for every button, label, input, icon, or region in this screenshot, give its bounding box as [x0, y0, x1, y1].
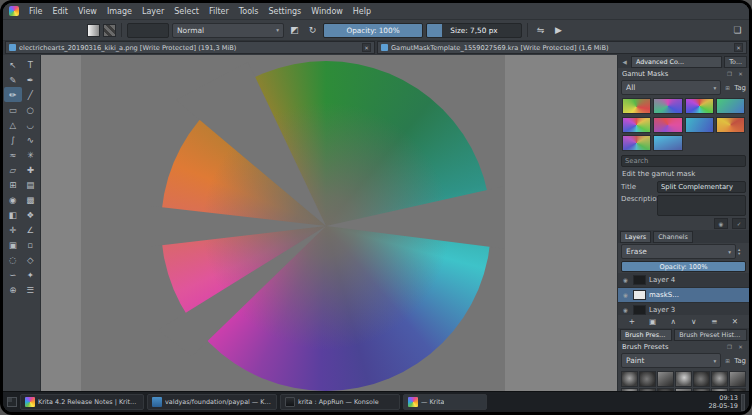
layer-visibility-icon[interactable]: ◉ — [621, 276, 630, 285]
menu-edit[interactable]: Edit — [47, 6, 73, 17]
taskbar-item-krita[interactable]: — Krita — [403, 394, 487, 410]
opacity-spinbox[interactable]: ▴ ▾ — [738, 248, 746, 256]
float-docker-icon[interactable]: ❐ — [725, 69, 734, 78]
tag-grid-icon[interactable]: ⊞ — [723, 83, 732, 92]
brush-preset-thumbnail[interactable] — [639, 371, 656, 387]
gamut-mask-thumbnail[interactable] — [622, 135, 651, 151]
edit-shapes-tool-icon[interactable]: ✎ — [4, 72, 22, 87]
spin-down-icon[interactable]: ▾ — [738, 252, 746, 256]
document-tab-2[interactable]: GamutMaskTemplate_1559027569.kra [Write … — [377, 41, 747, 54]
gamut-mask-thumbnail[interactable] — [685, 117, 714, 133]
freehand-brush-tool-icon[interactable]: ✏ — [4, 87, 22, 102]
brush-preset-thumbnail[interactable] — [711, 371, 728, 387]
reload-preset-icon[interactable]: ↻ — [305, 23, 320, 38]
canvas-document[interactable] — [81, 55, 505, 391]
show-desktop-button[interactable] — [741, 394, 745, 411]
save-mask-icon[interactable]: ✓ — [732, 218, 746, 229]
add-layer-icon[interactable]: + — [626, 316, 638, 327]
clock[interactable]: 09:13 28-05-19 — [708, 394, 738, 411]
pattern-chooser-button[interactable] — [103, 24, 116, 37]
layer-row-maskshapes[interactable]: ◉ maskS... — [618, 288, 749, 303]
brush-preset-thumbnail[interactable] — [675, 371, 692, 387]
float-docker-icon[interactable]: ❐ — [725, 342, 734, 351]
menu-view[interactable]: View — [73, 6, 102, 17]
freehand-path-tool-icon[interactable]: ∿ — [22, 132, 40, 147]
canvas-viewport[interactable] — [41, 55, 617, 391]
select-contiguous-tool-icon[interactable]: ✦ — [22, 267, 40, 282]
menu-tools[interactable]: Tools — [234, 6, 264, 17]
gradient-chooser-button[interactable] — [87, 24, 100, 37]
select-freehand-tool-icon[interactable]: ∽ — [4, 267, 22, 282]
layer-visibility-icon[interactable]: ◉ — [621, 306, 630, 315]
close-icon[interactable]: ✕ — [736, 342, 745, 351]
gamut-mask-thumbnail[interactable] — [716, 117, 745, 133]
layer-row-layer3[interactable]: ◉ Layer 3 — [618, 303, 749, 315]
brush-preset-thumbnail[interactable] — [657, 371, 674, 387]
gamut-mask-thumbnail[interactable] — [716, 98, 745, 114]
close-icon[interactable]: ✕ — [362, 43, 371, 52]
layer-visibility-icon[interactable]: ◉ — [621, 291, 630, 300]
mask-description-input[interactable] — [657, 195, 746, 216]
brush-preset-thumbnail[interactable] — [693, 371, 710, 387]
tag-button[interactable]: Tag — [734, 357, 746, 365]
tab-touch-docker[interactable]: To... — [724, 56, 747, 68]
brush-preset-thumbnail[interactable] — [621, 371, 638, 387]
gamut-tag-filter-combo[interactable]: All ▾ — [621, 80, 721, 95]
gamut-mask-thumbnail[interactable] — [622, 117, 651, 133]
select-elliptical-tool-icon[interactable]: ◌ — [4, 252, 22, 267]
fill-tool-icon[interactable]: ◧ — [4, 207, 22, 222]
rectangle-tool-icon[interactable]: ▭ — [4, 102, 22, 117]
tag-button[interactable]: Tag — [734, 84, 746, 92]
tab-channels[interactable]: Channels — [653, 231, 693, 243]
search-input[interactable] — [621, 155, 746, 167]
duplicate-layer-icon[interactable]: ▣ — [647, 316, 659, 327]
layer-blending-mode-combo[interactable]: Erase ▾ — [621, 244, 736, 259]
line-tool-icon[interactable]: ╱ — [22, 87, 40, 102]
crop-tool-icon[interactable]: ⊞ — [4, 177, 22, 192]
layer-row-layer4[interactable]: ◉ Layer 4 — [618, 273, 749, 288]
preset-tag-filter-combo[interactable]: Paint ▾ — [621, 353, 721, 368]
pattern-tool-icon[interactable]: ▩ — [22, 192, 40, 207]
close-icon[interactable]: ✕ — [734, 43, 743, 52]
opacity-slider[interactable]: Opacity: 100% — [323, 23, 423, 38]
smart-patch-tool-icon[interactable]: ❖ — [22, 207, 40, 222]
arrow-left-icon[interactable]: ◀ — [620, 57, 629, 66]
menu-image[interactable]: Image — [102, 6, 137, 17]
measure-tool-icon[interactable]: ∠ — [22, 222, 40, 237]
polyline-tool-icon[interactable]: ◡ — [22, 117, 40, 132]
mask-title-input[interactable] — [657, 181, 746, 193]
bezier-curve-tool-icon[interactable]: ∫ — [4, 132, 22, 147]
size-slider[interactable]: Size: 7,50 px — [426, 23, 522, 38]
layer-properties-icon[interactable]: ≡ — [708, 316, 720, 327]
tab-advanced-color-selector[interactable]: Advanced Co... — [631, 56, 722, 68]
layer-opacity-slider[interactable]: Opacity: 100% — [621, 261, 746, 272]
menu-help[interactable]: Help — [348, 6, 376, 17]
ellipse-tool-icon[interactable]: ○ — [22, 102, 40, 117]
gamut-mask-thumbnail[interactable] — [653, 135, 682, 151]
move-layer-up-icon[interactable]: ∧ — [667, 316, 679, 327]
select-shapes-tool-icon[interactable]: ↖ — [4, 57, 22, 72]
select-rectangular-tool-icon[interactable]: ▫ — [22, 237, 40, 252]
close-icon[interactable]: ✕ — [736, 69, 745, 78]
menu-file[interactable]: File — [24, 6, 47, 17]
desktop-pager[interactable] — [7, 397, 17, 407]
mirror-icon[interactable]: ⇋ — [533, 23, 548, 38]
eraser-mode-icon[interactable]: ◩ — [287, 23, 302, 38]
reference-images-tool-icon[interactable]: ▣ — [4, 237, 22, 252]
gamut-mask-thumbnail[interactable] — [622, 98, 651, 114]
blending-mode-combo[interactable]: Normal ▾ — [172, 23, 284, 38]
zoom-tool-icon[interactable]: ⊕ — [4, 282, 22, 297]
gamut-mask-thumbnail[interactable] — [685, 98, 714, 114]
tag-grid-icon[interactable]: ⊞ — [723, 356, 732, 365]
move-layer-down-icon[interactable]: ∨ — [688, 316, 700, 327]
assistants-tool-icon[interactable]: ✛ — [4, 222, 22, 237]
tab-brush-preset-history[interactable]: Brush Preset History — [674, 329, 747, 341]
gamut-mask-thumbnail[interactable] — [653, 98, 682, 114]
transform-tool-icon[interactable]: ▱ — [4, 162, 22, 177]
menu-settings[interactable]: Settings — [263, 6, 306, 17]
multibrush-tool-icon[interactable]: ✳ — [22, 147, 40, 162]
taskbar-item-paypal[interactable]: valdyas/foundation/paypal — KM... — [147, 394, 277, 410]
play-macro-icon[interactable]: ▶ — [551, 23, 566, 38]
taskbar-item-release-notes[interactable]: Krita 4.2 Release Notes | Krita -... — [20, 394, 144, 410]
polygon-tool-icon[interactable]: △ — [4, 117, 22, 132]
